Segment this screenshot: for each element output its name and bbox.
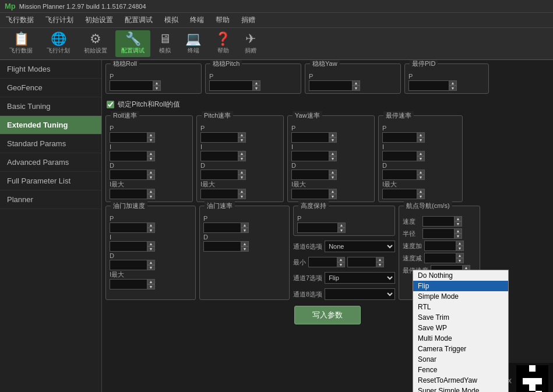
min-input[interactable]: 0.000 (308, 257, 337, 267)
dd-sonar[interactable]: Sonar (413, 354, 508, 365)
stop-pid-p-down[interactable]: ▼ (449, 86, 457, 91)
stop-pid-p-up[interactable]: ▲ (449, 80, 457, 86)
sidebar-item-basic-tuning[interactable]: Basic Tuning (0, 97, 101, 116)
pitch-rate-i-input[interactable]: 0.1100 (200, 151, 238, 161)
roll-rate-d-input[interactable]: 0.0075 (110, 169, 147, 180)
rrimax-down[interactable]: ▼ (147, 194, 155, 199)
stop-rate-d-input[interactable]: 0.0000 (382, 169, 417, 180)
prp-up[interactable]: ▲ (238, 132, 246, 137)
sidebar-item-extended-tuning[interactable]: Extended Tuning (0, 116, 101, 135)
nss-down[interactable]: ▼ (456, 258, 464, 263)
pitch-rate-d-input[interactable]: 0.0085 (200, 169, 238, 180)
ns-up[interactable]: ▲ (454, 216, 462, 221)
ahp-down[interactable]: ▼ (337, 228, 346, 233)
stop-pid-p-input[interactable]: 1.0000 (408, 80, 449, 91)
thr-accel-d-input[interactable]: 0.0000 (110, 260, 147, 270)
pri-down[interactable]: ▼ (238, 156, 246, 161)
menu-terminal[interactable]: 终端 (184, 14, 210, 26)
dd-multi-mode[interactable]: Multi Mode (413, 333, 508, 344)
yrd-up[interactable]: ▲ (329, 169, 337, 175)
dd-super-simple[interactable]: Super Simple Mode (413, 386, 508, 392)
sidebar-item-standard-params[interactable]: Standard Params (0, 135, 101, 153)
sidebar-item-advanced-params[interactable]: Advanced Params (0, 153, 101, 172)
menu-donate[interactable]: 捐赠 (235, 14, 261, 26)
taimax-up[interactable]: ▲ (147, 279, 155, 284)
nsa-up[interactable]: ▲ (456, 241, 464, 246)
nav-speed-input[interactable]: 500.0 (422, 216, 455, 227)
stop-rate-imax-input[interactable]: 4.0 (382, 189, 417, 199)
ns-down[interactable]: ▼ (454, 221, 462, 227)
primax-down[interactable]: ▼ (238, 194, 246, 199)
thr-accel-p-input[interactable]: 0.7500 (110, 223, 147, 233)
toolbar-help[interactable]: ❓ 帮助 (209, 30, 237, 57)
roll-rate-i-input[interactable]: 0.0950 (110, 151, 147, 161)
nr-down[interactable]: ▼ (454, 234, 462, 239)
trd-down[interactable]: ▼ (241, 246, 249, 252)
srd-down[interactable]: ▼ (417, 175, 425, 180)
yaw-rate-p-input[interactable]: 0.1700 (291, 132, 329, 143)
nav-speed-sub-input[interactable]: 150.0 (424, 253, 456, 263)
primax-up[interactable]: ▲ (238, 189, 246, 194)
ch6-select[interactable]: None (325, 241, 395, 252)
toolbar-initial-setup[interactable]: ⚙ 初始设置 (78, 30, 113, 57)
max-down[interactable]: ▼ (376, 262, 384, 267)
menu-config-tune[interactable]: 配置调试 (119, 14, 158, 26)
nss-up[interactable]: ▲ (456, 253, 464, 258)
tai-down[interactable]: ▼ (147, 246, 155, 252)
prd-down[interactable]: ▼ (238, 175, 246, 180)
stab-roll-p-up[interactable]: ▲ (153, 80, 161, 86)
dd-simple-mode[interactable]: Simple Mode (413, 291, 508, 302)
tai-up[interactable]: ▲ (147, 241, 155, 246)
rrd-up[interactable]: ▲ (147, 169, 155, 175)
stab-pitch-p-input[interactable]: 9.2813 (209, 80, 253, 91)
dd-flip[interactable]: Flip (413, 281, 508, 291)
ch8-select[interactable] (325, 288, 395, 300)
toolbar-flight-plan[interactable]: 🌐 飞行计划 (41, 30, 76, 57)
menu-help[interactable]: 帮助 (210, 14, 235, 26)
dd-save-trim[interactable]: Save Trim (413, 312, 508, 323)
thr-accel-i-input[interactable]: 1.5000 (110, 241, 147, 252)
ch7-dropdown-list[interactable]: Do Nothing Flip Simple Mode RTL Save Tri… (413, 270, 509, 392)
rrp-up[interactable]: ▲ (147, 132, 155, 137)
menu-simulation[interactable]: 模拟 (158, 14, 184, 26)
nr-up[interactable]: ▲ (454, 228, 462, 234)
prp-down[interactable]: ▼ (238, 137, 246, 143)
sri-up[interactable]: ▲ (417, 151, 425, 156)
trp-up[interactable]: ▲ (241, 223, 249, 228)
yrimax-up[interactable]: ▲ (329, 189, 337, 194)
trp-down[interactable]: ▼ (241, 228, 249, 233)
dd-do-nothing[interactable]: Do Nothing (413, 270, 508, 281)
sidebar-item-planner[interactable]: Planner (0, 190, 101, 209)
taimax-down[interactable]: ▼ (147, 284, 155, 289)
yri-up[interactable]: ▲ (329, 151, 337, 156)
rrp-down[interactable]: ▼ (147, 137, 155, 143)
min-up[interactable]: ▲ (337, 257, 345, 262)
tap-up[interactable]: ▲ (147, 223, 155, 228)
dd-camera-trigger[interactable]: Camera Trigger (413, 344, 508, 354)
min-down[interactable]: ▼ (337, 262, 345, 267)
stab-roll-p-down[interactable]: ▼ (153, 86, 161, 91)
ahp-up[interactable]: ▲ (337, 223, 346, 228)
rri-down[interactable]: ▼ (147, 156, 155, 161)
dd-reset-yaw[interactable]: ResetToArmedYaw (413, 375, 508, 386)
dd-rtl[interactable]: RTL (413, 302, 508, 312)
tad-up[interactable]: ▲ (147, 260, 155, 265)
stop-rate-i-input[interactable]: 0.5000 (382, 151, 417, 161)
alt-hold-p-input[interactable]: 1.0000 (297, 223, 338, 233)
toolbar-flight-data[interactable]: 📋 飞行数据 (3, 30, 38, 57)
max-up[interactable]: ▲ (376, 257, 384, 262)
yri-down[interactable]: ▼ (329, 156, 337, 161)
toolbar-donate[interactable]: ✈ 捐赠 (239, 30, 262, 57)
menu-flight-plan[interactable]: 飞行计划 (40, 14, 79, 26)
rri-up[interactable]: ▲ (147, 151, 155, 156)
nsa-down[interactable]: ▼ (456, 246, 464, 251)
roll-rate-imax-input[interactable]: 500.0 (110, 189, 147, 199)
yaw-rate-i-input[interactable]: 0.0200 (291, 151, 329, 161)
trd-up[interactable]: ▲ (241, 241, 249, 246)
thr-accel-imax-input[interactable]: 5.0 (110, 279, 147, 289)
yaw-rate-imax-input[interactable]: 8.0 (291, 189, 329, 199)
yrp-down[interactable]: ▼ (329, 137, 337, 143)
srp-up[interactable]: ▲ (417, 132, 425, 137)
yrp-up[interactable]: ▲ (329, 132, 337, 137)
sidebar-item-full-param-list[interactable]: Full Parameter List (0, 172, 101, 190)
